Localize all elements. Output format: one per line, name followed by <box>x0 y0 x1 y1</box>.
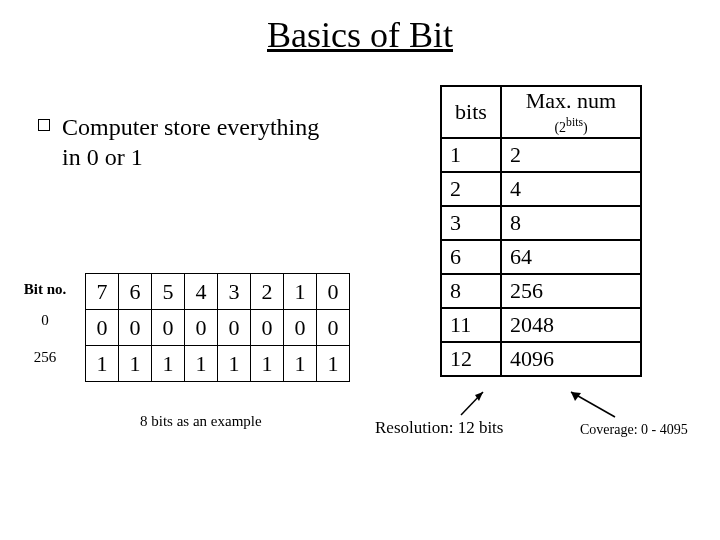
max-cell: 8 <box>501 206 641 240</box>
max-cell: 2048 <box>501 308 641 342</box>
bits-cell: 0 <box>119 310 152 346</box>
resolution-label: Resolution: 12 bits <box>375 418 503 438</box>
bits-cell: 0 <box>251 310 284 346</box>
bits-cell: 1 <box>185 346 218 382</box>
max-col-max-label: Max. num <box>526 88 616 113</box>
bits-cell: 1 <box>218 346 251 382</box>
bits-cell: 0 <box>317 274 350 310</box>
bits-cell: 0 <box>284 310 317 346</box>
table-row: 7 6 5 4 3 2 1 0 <box>86 274 350 310</box>
max-cell: 8 <box>441 274 501 308</box>
bullet-icon <box>38 119 50 131</box>
max-cell: 12 <box>441 342 501 376</box>
bits-cell: 7 <box>86 274 119 310</box>
bits-cell: 4 <box>185 274 218 310</box>
table-row: bits Max. num (2bits) <box>441 86 641 138</box>
bits-cell: 5 <box>152 274 185 310</box>
max-cell: 4096 <box>501 342 641 376</box>
table-row: 0 0 0 0 0 0 0 0 <box>86 310 350 346</box>
bits-cell: 0 <box>317 310 350 346</box>
table-row: 8256 <box>441 274 641 308</box>
bits-cell: 1 <box>251 346 284 382</box>
bits-cell: 1 <box>317 346 350 382</box>
bits-cell: 1 <box>284 346 317 382</box>
bits-cell: 6 <box>119 274 152 310</box>
bits-cell: 0 <box>86 310 119 346</box>
bits-cell: 0 <box>152 310 185 346</box>
max-cell: 64 <box>501 240 641 274</box>
max-table: bits Max. num (2bits) 12 24 38 664 8256 … <box>440 85 642 377</box>
max-col-max: Max. num (2bits) <box>501 86 641 138</box>
coverage-label: Coverage: 0 - 4095 <box>580 422 688 438</box>
bits-cell: 1 <box>152 346 185 382</box>
table-row: 38 <box>441 206 641 240</box>
table-row: 124096 <box>441 342 641 376</box>
table-row: 112048 <box>441 308 641 342</box>
max-cell: 1 <box>441 138 501 172</box>
table-row: 12 <box>441 138 641 172</box>
page-title: Basics of Bit <box>0 0 720 56</box>
bits-table: 7 6 5 4 3 2 1 0 0 0 0 0 0 0 0 0 1 1 1 1 … <box>85 273 350 382</box>
max-col-bits: bits <box>441 86 501 138</box>
max-col-max-sub: (2bits) <box>503 116 639 136</box>
bits-cell: 1 <box>284 274 317 310</box>
bits-row-label-header: Bit no. <box>15 282 75 297</box>
max-cell: 256 <box>501 274 641 308</box>
bits-row-labels: Bit no. 0 256 <box>15 282 75 365</box>
bits-cell: 0 <box>218 310 251 346</box>
bullet-block: Computer store everything in 0 or 1 <box>38 112 338 172</box>
bits-cell: 0 <box>185 310 218 346</box>
bits-caption: 8 bits as an example <box>140 413 262 430</box>
table-row: 24 <box>441 172 641 206</box>
table-row: 1 1 1 1 1 1 1 1 <box>86 346 350 382</box>
bits-cell: 3 <box>218 274 251 310</box>
bullet-text: Computer store everything in 0 or 1 <box>62 112 338 172</box>
table-row: 664 <box>441 240 641 274</box>
max-cell: 3 <box>441 206 501 240</box>
max-cell: 11 <box>441 308 501 342</box>
arrow-coverage-icon <box>565 389 625 423</box>
bits-cell: 1 <box>119 346 152 382</box>
bits-row-label-256: 256 <box>15 350 75 365</box>
max-cell: 4 <box>501 172 641 206</box>
bits-cell: 2 <box>251 274 284 310</box>
max-cell: 2 <box>501 138 641 172</box>
max-cell: 2 <box>441 172 501 206</box>
max-cell: 6 <box>441 240 501 274</box>
bits-cell: 1 <box>86 346 119 382</box>
bits-row-label-0: 0 <box>15 313 75 328</box>
